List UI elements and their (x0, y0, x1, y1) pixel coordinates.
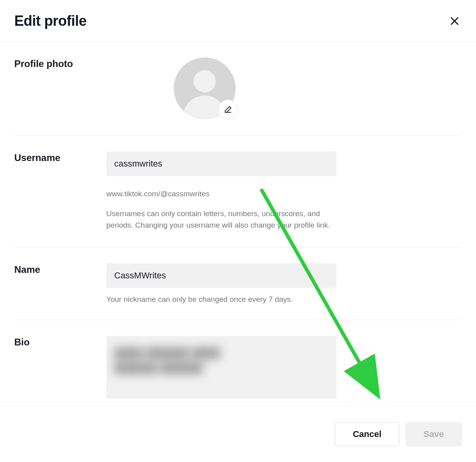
pencil-icon (224, 105, 232, 114)
username-content: www.tiktok.com/@cassmwrites Usernames ca… (106, 151, 336, 231)
username-helper: Usernames can only contain letters, numb… (106, 208, 336, 231)
bio-row: Bio ████ ██████ ██████████ ██████ 61/80 (14, 320, 462, 406)
username-row: Username www.tiktok.com/@cassmwrites Use… (14, 136, 462, 247)
username-url: www.tiktok.com/@cassmwrites (106, 190, 336, 198)
bio-input[interactable]: ████ ██████ ██████████ ██████ (106, 336, 336, 399)
name-label: Name (14, 263, 106, 304)
username-input[interactable] (106, 151, 336, 176)
modal-footer: Cancel Save (0, 406, 476, 462)
modal-header: Edit profile (0, 0, 476, 42)
cancel-button[interactable]: Cancel (335, 422, 399, 446)
save-button[interactable]: Save (406, 422, 462, 446)
bio-content: ████ ██████ ██████████ ██████ 61/80 (106, 336, 336, 406)
edit-photo-button[interactable] (218, 100, 238, 119)
name-helper: Your nickname can only be changed once e… (106, 295, 336, 304)
username-label: Username (14, 151, 106, 231)
close-icon (449, 15, 460, 27)
name-content: Your nickname can only be changed once e… (106, 263, 336, 304)
name-input[interactable] (106, 263, 336, 288)
profile-photo-row: Profile photo (14, 42, 462, 136)
profile-photo-label: Profile photo (14, 58, 106, 119)
profile-photo-container (174, 58, 236, 119)
avatar-head-icon (194, 70, 216, 92)
close-button[interactable] (447, 14, 462, 28)
name-row: Name Your nickname can only be changed o… (14, 247, 462, 320)
bio-blurred-text: ████ ██████ ██████████ ██████ (114, 345, 220, 376)
edit-profile-modal: Edit profile Profile photo (0, 0, 476, 462)
modal-title: Edit profile (14, 13, 86, 29)
modal-content: Profile photo Username www.tiktok. (0, 42, 476, 406)
bio-label: Bio (14, 336, 106, 406)
